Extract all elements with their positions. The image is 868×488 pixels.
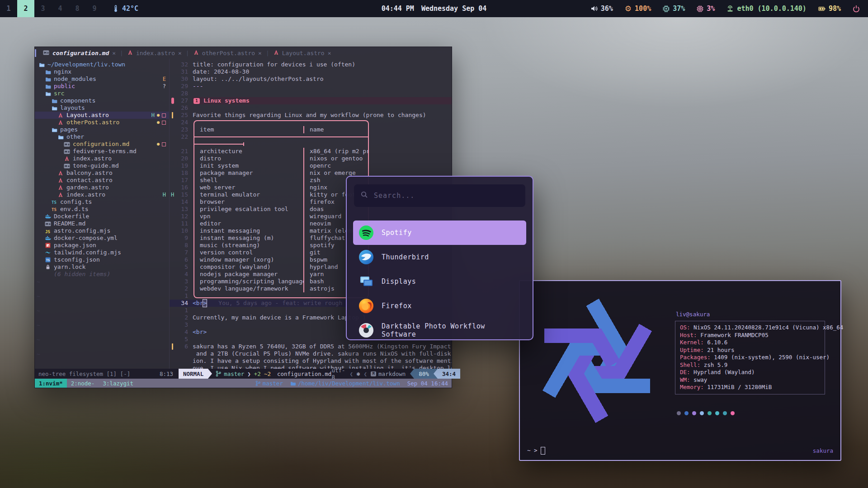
power-module[interactable]	[853, 5, 860, 12]
tree-root-folder[interactable]: ~/Development/liv.town	[35, 61, 169, 68]
tree-item-other[interactable]: other	[35, 133, 169, 141]
tree-item-index.astro[interactable]: index.astro	[35, 155, 169, 162]
volume-value: 36%	[601, 5, 613, 13]
fetch-user-host: liv@sakura	[676, 311, 710, 319]
line-content: ove. I use Nix when I need software with…	[193, 365, 452, 369]
workspace-button-9[interactable]: 9	[86, 0, 103, 17]
close-tab-icon[interactable]: ×	[328, 50, 331, 56]
line-number: 20	[175, 155, 188, 162]
close-tab-icon[interactable]: ×	[178, 50, 182, 56]
tree-item-fediverse-terms.md[interactable]: fediverse-terms.md	[35, 148, 169, 155]
tree-item-tailwind.config.mjs[interactable]: tailwind.config.mjs	[35, 249, 169, 256]
line-number: 3	[175, 278, 188, 285]
tree-item-balcony.astro[interactable]: balcony.astro	[35, 169, 169, 177]
tree-item-layout.astro[interactable]: Layout.astroH●	[35, 112, 169, 119]
workspace-button-1[interactable]: 1	[0, 0, 17, 17]
tree-item-otherpost.astro[interactable]: otherPost.astro●	[35, 119, 169, 126]
launcher-search-box[interactable]	[354, 184, 525, 207]
tree-item-docker-compose.yml[interactable]: docker-compose.yml	[35, 235, 169, 242]
tree-item-package.json[interactable]: package.json	[35, 242, 169, 249]
launcher-item-thunderbird[interactable]: Thunderbird	[353, 245, 526, 269]
tree-item-index.astro[interactable]: index.astroH	[35, 191, 169, 198]
tree-item-tone-guide.md[interactable]: tone-guide.md	[35, 162, 169, 169]
tree-item-pages[interactable]: pages	[35, 126, 169, 133]
tree-item-nginx[interactable]: nginx	[35, 68, 169, 75]
close-tab-icon[interactable]: ×	[258, 50, 262, 56]
workspace-button-2[interactable]: 2	[17, 0, 34, 17]
tab-separator: |	[120, 50, 123, 56]
tree-item--6-hidden-items-[interactable]: (6 hidden items)	[35, 271, 169, 278]
volume-module[interactable]: 36%	[591, 5, 613, 13]
line-number: 28	[175, 90, 188, 97]
tmux-window-2node[interactable]: 2:node-	[67, 379, 99, 388]
filetype-label: markdown	[378, 371, 406, 377]
tree-item-tsconfig.json[interactable]: TStsconfig.json	[35, 256, 169, 263]
cpu-module[interactable]: 37%	[663, 5, 685, 13]
launcher-item-label: Darktable Photo Workflow Software	[382, 322, 521, 338]
line-number: 8	[175, 242, 188, 249]
tab-configuration-md[interactable]: configuration.md ×	[39, 47, 120, 59]
markdown-table-row: music (streaming)spotify	[193, 242, 369, 249]
git-branch-segment[interactable]: master	[216, 371, 244, 377]
gpu-module[interactable]: 3%	[697, 5, 715, 13]
palette-dot-6	[723, 411, 727, 415]
tree-item-configuration.md[interactable]: configuration.md●	[35, 141, 169, 148]
line-number: 14	[175, 198, 188, 206]
git-status-indicators: H●	[151, 112, 166, 119]
launcher-item-firefox[interactable]: Firefox	[353, 294, 526, 318]
tmux-window-1nvim[interactable]: 1:nvim*	[35, 379, 67, 388]
network-module[interactable]: eth0 (10.0.0.140)	[726, 5, 807, 13]
table-cell-name: x86_64 (rip m2 pro)	[303, 148, 368, 155]
folder-icon	[45, 84, 51, 89]
fetch-info-line: Host: Framework FRANMDCP05	[680, 332, 820, 339]
tmux-window-3lazygit[interactable]: 3:lazygit	[99, 379, 137, 388]
tree-item-layouts[interactable]: layouts	[35, 104, 169, 112]
editor-line: 22	[170, 133, 452, 141]
palette-dot-2	[692, 411, 696, 415]
tab-index-astro[interactable]: index.astro ×	[123, 47, 186, 59]
editor-line: 19init systemopenrc	[170, 162, 452, 169]
editor-line: 26	[170, 104, 452, 112]
tree-item-garden.astro[interactable]: garden.astro	[35, 184, 169, 191]
line-content: ---	[193, 83, 452, 90]
battery-module[interactable]: 98%	[818, 5, 841, 13]
tab-label: otherPost.astro	[202, 50, 255, 56]
tree-item-dockerfile[interactable]: Dockerfile	[35, 213, 169, 220]
line-number: 5	[175, 263, 188, 271]
shell-prompt[interactable]: ~ >	[527, 447, 545, 455]
table-cell-item: compositor (wayland)	[194, 263, 303, 271]
folder-icon	[45, 77, 51, 82]
close-tab-icon[interactable]: ×	[112, 50, 116, 56]
gpu-value: 3%	[707, 5, 715, 13]
tree-item-label: index.astro	[66, 191, 105, 198]
tree-item-node-modules[interactable]: node_modulesE	[35, 75, 169, 83]
tab-otherpost-astro[interactable]: otherPost.astro ×	[189, 47, 266, 59]
workspace-button-4[interactable]: 4	[52, 0, 69, 17]
tree-item-contact.astro[interactable]: contact.astro	[35, 177, 169, 184]
tree-item-readme.md[interactable]: README.md	[35, 220, 169, 227]
tree-item-public[interactable]: public?	[35, 83, 169, 90]
tree-item-env.d.ts[interactable]: TSenv.d.ts	[35, 206, 169, 213]
tmux-git-branch: master	[255, 380, 283, 387]
temperature-module[interactable]: 42°C	[113, 5, 138, 13]
table-cell-item: programming/scripting language	[194, 278, 303, 285]
tree-item-components[interactable]: components	[35, 97, 169, 104]
launcher-item-spotify[interactable]: Spotify	[353, 221, 526, 245]
launcher-item-darktable[interactable]: Darktable Photo Workflow Software	[353, 318, 526, 340]
launcher-item-displays[interactable]: Displays	[353, 269, 526, 294]
tree-item-src[interactable]: src	[35, 90, 169, 97]
search-input[interactable]	[373, 191, 519, 200]
tree-item-yarn.lock[interactable]: yarn.lock	[35, 263, 169, 271]
line-content: 1Linux systems	[193, 97, 452, 104]
app-launcher: SpotifyThunderbirdDisplaysFirefoxDarktab…	[346, 176, 533, 340]
workspace-button-8[interactable]: 8	[69, 0, 86, 17]
line-number: 4	[175, 328, 188, 336]
brightness-module[interactable]: ⚙ 100%	[625, 5, 651, 13]
tree-item-config.ts[interactable]: TSconfig.ts	[35, 198, 169, 206]
line-number: 12	[175, 213, 188, 220]
os-snowflake-icon: ❄	[357, 371, 360, 377]
tab-layout-astro[interactable]: Layout.astro ×	[269, 47, 335, 59]
tree-item-astro.config.mjs[interactable]: JSastro.config.mjs	[35, 227, 169, 235]
workspace-button-3[interactable]: 3	[34, 0, 52, 17]
fetch-info-line: WM: sway	[680, 376, 820, 384]
